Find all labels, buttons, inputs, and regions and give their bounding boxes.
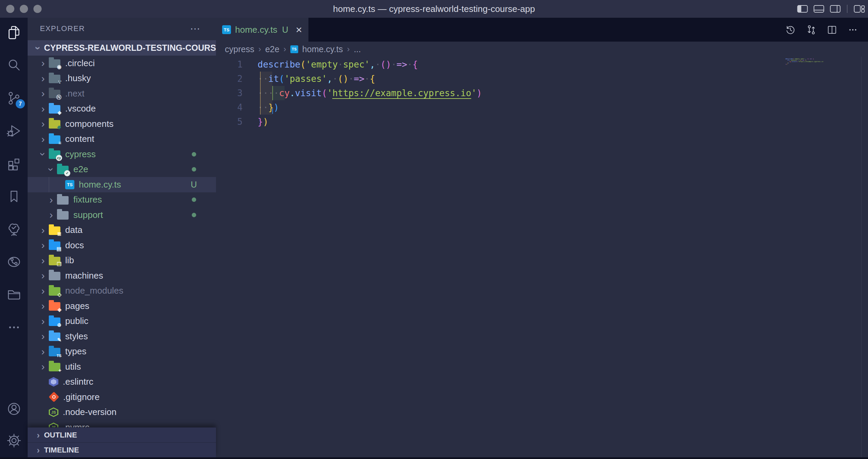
zoom-window-button[interactable] bbox=[33, 5, 42, 13]
activity-bar-item-bookmarks[interactable] bbox=[0, 183, 28, 209]
tree-item-docs[interactable]: ›▤docs bbox=[28, 238, 216, 253]
minimize-window-button[interactable] bbox=[20, 5, 28, 13]
git-modified-dot bbox=[189, 213, 198, 217]
typescript-file-icon: TS bbox=[222, 25, 231, 34]
tree-item-next[interactable]: ›Ⓝ.next bbox=[28, 86, 216, 101]
close-tab-icon[interactable]: × bbox=[296, 24, 302, 35]
code-line-3[interactable]: 3····cy.visit('https://example.cypress.i… bbox=[216, 86, 868, 100]
tree-item-cypress[interactable]: ›cycypress bbox=[28, 147, 216, 162]
tree-item-components[interactable]: ›❖components bbox=[28, 116, 216, 132]
tree-item-home-cy-ts[interactable]: ›TShome.cy.tsU bbox=[28, 177, 216, 192]
sidebar-sections: ›OUTLINE›TIMELINE bbox=[28, 427, 216, 457]
tree-item-machines[interactable]: ›machines bbox=[28, 268, 216, 283]
tree-item-types[interactable]: ›TStypes bbox=[28, 344, 216, 359]
tree-item-label: fixtures bbox=[73, 194, 102, 205]
activity-bar-item-explorer[interactable] bbox=[0, 20, 28, 46]
minimap[interactable]: describe('empty spec', () => { it('passe… bbox=[785, 58, 824, 65]
customize-layout-icon[interactable] bbox=[853, 4, 865, 14]
tree-item-utils[interactable]: ›+utils bbox=[28, 359, 216, 374]
chevron-right-icon: › bbox=[32, 446, 44, 455]
tree-item-data[interactable]: ›≣data bbox=[28, 223, 216, 238]
tree-item-fixtures[interactable]: ›fixtures bbox=[28, 192, 216, 208]
activity-bar-item-source-control[interactable]: 7 bbox=[0, 85, 28, 111]
section-outline[interactable]: ›OUTLINE bbox=[28, 427, 216, 442]
tree-item-label: .husky bbox=[65, 73, 91, 84]
tree-item-content[interactable]: ›≡content bbox=[28, 132, 216, 147]
bookmark-icon bbox=[6, 189, 22, 204]
git-modified-dot bbox=[189, 152, 198, 157]
history-icon[interactable] bbox=[785, 24, 796, 35]
code-line-5[interactable]: 5}) bbox=[216, 115, 868, 129]
tree-item-label: lib bbox=[65, 255, 74, 266]
tree-item-public[interactable]: ›⊕public bbox=[28, 314, 216, 329]
folder-icon: ▤ bbox=[49, 241, 60, 250]
activity-bar-item-more-views[interactable] bbox=[0, 314, 28, 340]
minimap-line: cy.visit('https://example.cypress.io') bbox=[785, 61, 824, 62]
activity-bar-item-project-manager[interactable] bbox=[0, 282, 28, 308]
breadcrumb-item-e2e[interactable]: e2e bbox=[265, 44, 279, 54]
folder-badge: ∵ bbox=[58, 79, 61, 85]
tree-item-circleci[interactable]: ›◉.circleci bbox=[28, 56, 216, 71]
close-window-button[interactable] bbox=[6, 5, 14, 13]
editor-actions bbox=[785, 18, 868, 42]
tree-item-label: styles bbox=[65, 331, 88, 342]
breadcrumb-item-home-cy-ts[interactable]: home.cy.ts bbox=[302, 44, 343, 54]
activity-bar-item-gitlens[interactable] bbox=[0, 249, 28, 275]
toggle-secondary-sidebar-icon[interactable] bbox=[829, 4, 841, 14]
activity-bar-item-settings[interactable] bbox=[0, 428, 28, 454]
file-tree: ›◉.circleci›∵.husky›Ⓝ.next›◆.vscode›❖com… bbox=[28, 56, 216, 428]
tree-item-styles[interactable]: ›✎styles bbox=[28, 329, 216, 344]
breadcrumb-item--[interactable]: ... bbox=[354, 44, 361, 54]
toggle-panel-icon[interactable] bbox=[813, 4, 825, 14]
tree-item-vscode[interactable]: ›◆.vscode bbox=[28, 101, 216, 117]
section-timeline[interactable]: ›TIMELINE bbox=[28, 442, 216, 457]
tree-item-eslintrc[interactable]: ›.eslintrc bbox=[28, 374, 216, 390]
code-line-2[interactable]: 2··it('passes',·()·=>·{ bbox=[216, 72, 868, 86]
chevron-right-icon: › bbox=[37, 119, 49, 129]
tree-item-pages[interactable]: ›◈pages bbox=[28, 298, 216, 314]
tree-item-label: support bbox=[73, 210, 103, 220]
overview-ruler bbox=[861, 57, 862, 459]
tree-item-label: node_modules bbox=[65, 285, 124, 296]
titlebar-layout-controls bbox=[796, 0, 865, 18]
tab-home-cy-ts[interactable]: TS home.cy.ts U × bbox=[216, 18, 308, 42]
activity-bar-item-extensions[interactable] bbox=[0, 151, 28, 177]
breadcrumb-item-cypress[interactable]: cypress bbox=[225, 44, 254, 54]
folder-icon: ◆ bbox=[49, 105, 60, 114]
check-badge: ✓ bbox=[64, 170, 70, 176]
tree-item-node-modules[interactable]: ›◇node_modules bbox=[28, 283, 216, 299]
split-icon[interactable] bbox=[826, 24, 838, 35]
toggle-sidebar-icon[interactable] bbox=[796, 4, 809, 14]
chevron-right-icon: › bbox=[45, 210, 57, 220]
folder-icon bbox=[49, 272, 60, 280]
code-editor[interactable]: 1describe('empty·spec',·()·=>·{2··it('pa… bbox=[216, 57, 868, 459]
more-icon[interactable] bbox=[847, 24, 858, 35]
activity-bar-item-run-debug[interactable] bbox=[0, 118, 28, 144]
folder-badge: ◆ bbox=[57, 110, 61, 115]
tree-item-lib[interactable]: ›❐lib bbox=[28, 253, 216, 268]
gitlens-icon bbox=[6, 254, 22, 270]
activity-bar-item-search[interactable] bbox=[0, 53, 28, 78]
titlebar-divider bbox=[847, 5, 848, 13]
folder-badge: ◇ bbox=[57, 292, 61, 297]
debug-icon bbox=[6, 123, 22, 139]
tree-item-e2e[interactable]: ›✓e2e bbox=[28, 162, 216, 177]
tree-item-nvmrc[interactable]: ›JS.nvmrc bbox=[28, 420, 216, 428]
folder-badge: TS bbox=[57, 354, 61, 358]
traffic-lights bbox=[6, 0, 42, 18]
views-and-more-actions-icon[interactable]: ⋯ bbox=[190, 27, 201, 30]
code-line-1[interactable]: 1describe('empty·spec',·()·=>·{ bbox=[216, 57, 868, 72]
tree-item-husky[interactable]: ›∵.husky bbox=[28, 71, 216, 86]
tree-root-folder[interactable]: › CYPRESS-REALWORLD-TESTING-COURS... bbox=[28, 40, 216, 56]
tree-item-gitignore[interactable]: ›.gitignore bbox=[28, 389, 216, 405]
activity-bar-item-accounts[interactable] bbox=[0, 396, 28, 422]
activity-bar-item-testing[interactable] bbox=[0, 216, 28, 242]
compare-icon[interactable] bbox=[806, 24, 817, 35]
tree-item-label: content bbox=[65, 134, 94, 144]
chevron-down-icon: › bbox=[33, 42, 43, 54]
tree-item-support[interactable]: ›support bbox=[28, 207, 216, 223]
tree-item-node-version[interactable]: ›JS.node-version bbox=[28, 405, 216, 420]
root-folder-label: CYPRESS-REALWORLD-TESTING-COURS... bbox=[44, 43, 216, 53]
git-untracked-badge: U bbox=[189, 180, 198, 190]
code-line-4[interactable]: 4··}) bbox=[216, 100, 868, 115]
